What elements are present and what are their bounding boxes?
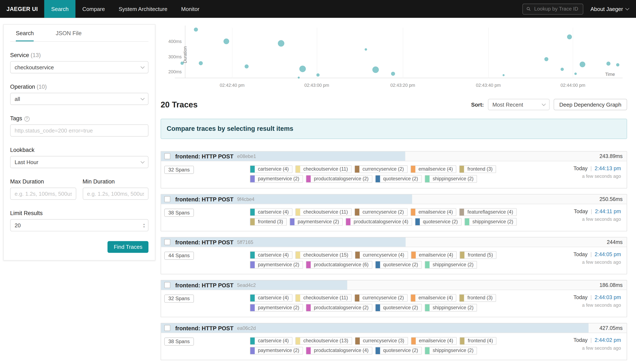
y-axis-tick-label: 400ms (164, 39, 182, 44)
trace-select-checkbox[interactable] (164, 196, 170, 202)
step-up-icon[interactable]: ▲ (143, 223, 145, 225)
limit-results-value: 20 (15, 222, 144, 228)
scatter-point[interactable] (502, 74, 505, 76)
service-color-swatch (425, 304, 429, 311)
trace-select-checkbox[interactable] (164, 325, 170, 331)
service-tag: shippingservice (2) (425, 347, 477, 354)
scatter-point[interactable] (194, 28, 198, 32)
nav-tab-search[interactable]: Search (44, 0, 76, 18)
service-color-swatch (411, 294, 415, 302)
service-select-value: checkoutservice (15, 64, 141, 70)
scatter-point[interactable] (544, 57, 548, 61)
trace-header[interactable]: frontend: HTTP POST ea06c2d 427.05ms (161, 323, 627, 333)
service-color-swatch (355, 294, 359, 302)
nav-tab-compare[interactable]: Compare (76, 0, 112, 18)
scatter-point[interactable] (606, 62, 610, 66)
sort-select[interactable]: Most Recent (488, 99, 549, 110)
service-tag-label: cartservice (4) (255, 294, 292, 302)
service-color-swatch (250, 166, 254, 173)
lookback-select[interactable]: Last Hour (10, 156, 148, 168)
tab-json-file[interactable]: JSON File (56, 30, 82, 41)
span-count-badge: 32 Spans (164, 166, 194, 174)
service-tag: featureflagservice (4) (459, 208, 517, 216)
operation-select[interactable]: all (10, 93, 148, 105)
scatter-point[interactable] (299, 66, 306, 72)
app-logo[interactable]: JAEGER UI (0, 0, 44, 18)
number-stepper[interactable]: ▲▼ (143, 220, 145, 231)
scatter-point[interactable] (574, 73, 577, 75)
trace-id-lookup[interactable] (522, 3, 583, 14)
scatter-point[interactable] (278, 40, 284, 47)
trace-select-checkbox[interactable] (164, 282, 170, 288)
trace-header[interactable]: frontend: HTTP POST 5ff7165 244ms (161, 238, 627, 247)
service-tag: paymentservice (2) (250, 304, 303, 312)
service-tag: cartservice (4) (250, 208, 292, 216)
chevron-down-icon (141, 65, 145, 69)
trace-time-link[interactable]: 2:44:11 pm (595, 208, 621, 214)
scatter-point[interactable] (616, 63, 619, 66)
service-color-swatch (306, 262, 311, 268)
nav-tab-monitor[interactable]: Monitor (174, 0, 206, 18)
service-tag: checkoutservice (13) (295, 337, 352, 345)
trace-result-item[interactable]: frontend: HTTP POST ea06c2d 427.05ms 38 … (161, 323, 627, 360)
tags-input[interactable] (10, 124, 148, 137)
trace-time-link[interactable]: 2:44:03 pm (595, 294, 621, 300)
service-color-swatch (411, 166, 415, 173)
scatter-point[interactable] (223, 38, 229, 44)
trace-title: frontend: HTTP POST (175, 239, 233, 246)
step-down-icon[interactable]: ▼ (143, 226, 145, 228)
nav-tab-system-architecture[interactable]: System Architecture (112, 0, 174, 18)
service-count: (13) (31, 52, 41, 58)
help-icon[interactable]: ? (24, 116, 30, 122)
scatter-point[interactable] (372, 66, 379, 73)
trace-title: frontend: HTTP POST (175, 153, 233, 160)
deep-dependency-graph-button[interactable]: Deep Dependency Graph (553, 99, 627, 110)
scatter-point[interactable] (180, 62, 183, 65)
scatter-point[interactable] (567, 34, 572, 39)
limit-results-input[interactable]: 20 ▲▼ (10, 219, 148, 232)
trace-id: ea06c2d (237, 325, 256, 331)
tab-search[interactable]: Search (16, 30, 34, 41)
trace-header[interactable]: frontend: HTTP POST e08ebe1 243.89ms (161, 152, 627, 161)
service-tag-label: cartservice (4) (255, 338, 292, 344)
scatter-point[interactable] (199, 61, 203, 65)
service-tag-label: checkoutservice (11) (300, 166, 351, 173)
trace-result-item[interactable]: frontend: HTTP POST 9f4cbe4 250.56ms 38 … (161, 194, 627, 231)
service-tag-label: quoteservice (2) (420, 218, 461, 226)
max-duration-input[interactable] (10, 188, 76, 200)
scatter-point[interactable] (365, 48, 367, 51)
scatter-point[interactable] (579, 62, 585, 67)
trace-header[interactable]: frontend: HTTP POST 9f4cbe4 250.56ms (161, 194, 627, 204)
about-jaeger-menu[interactable]: About Jaeger (590, 6, 629, 12)
trace-id-input[interactable] (533, 6, 579, 12)
trace-select-checkbox[interactable] (164, 239, 170, 245)
trace-time-link[interactable]: 2:44:02 pm (595, 337, 621, 343)
service-color-swatch (411, 338, 416, 344)
trace-result-item[interactable]: frontend: HTTP POST 5ead4c2 186.08ms 32 … (161, 280, 627, 317)
trace-result-item[interactable]: frontend: HTTP POST e08ebe1 243.89ms 32 … (161, 151, 627, 188)
scatter-point[interactable] (560, 68, 564, 71)
service-tag-label: paymentservice (2) (255, 176, 302, 182)
service-tag-label: shippingservice (2) (429, 304, 477, 311)
find-traces-button[interactable]: Find Traces (108, 241, 148, 253)
trace-time-link[interactable]: 2:44:05 pm (595, 251, 621, 258)
sort-label: Sort: (471, 102, 484, 108)
scatter-point[interactable] (244, 64, 248, 68)
trace-select-checkbox[interactable] (164, 153, 170, 159)
scatter-point[interactable] (298, 76, 300, 78)
service-tag-label: emailservice (4) (415, 166, 456, 173)
min-duration-input[interactable] (83, 188, 148, 200)
trace-body: 44 Spans cartservice (4)checkoutservice … (161, 247, 627, 274)
trace-result-item[interactable]: frontend: HTTP POST 5ff7165 244ms 44 Spa… (161, 237, 627, 274)
x-axis-tick-label: 02:42:40 pm (220, 82, 245, 88)
x-gridline (403, 28, 403, 78)
scatter-point[interactable] (391, 72, 395, 76)
scatter-point[interactable] (316, 73, 320, 76)
x-gridline (317, 28, 317, 78)
about-jaeger-label: About Jaeger (590, 6, 623, 12)
service-select[interactable]: checkoutservice (10, 61, 148, 73)
trace-header[interactable]: frontend: HTTP POST 5ead4c2 186.08ms (161, 280, 627, 290)
service-tags: cartservice (4)checkoutservice (11)curre… (250, 165, 534, 183)
service-color-swatch (250, 347, 254, 354)
trace-time-link[interactable]: 2:44:13 pm (595, 165, 621, 172)
